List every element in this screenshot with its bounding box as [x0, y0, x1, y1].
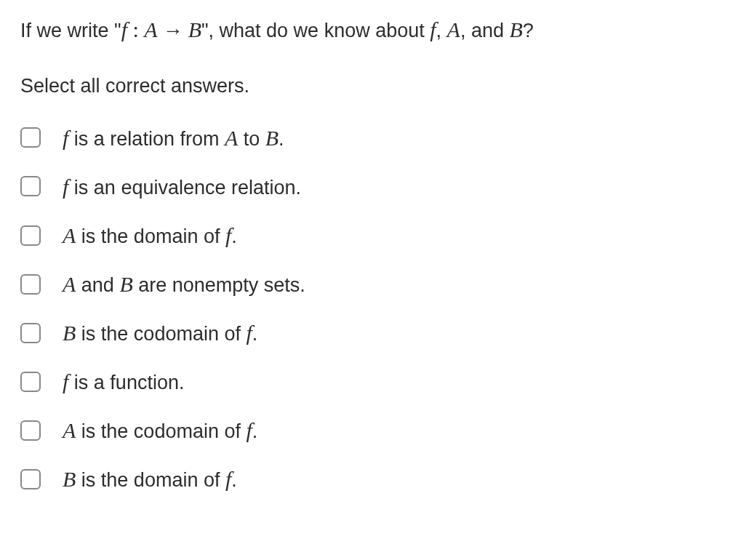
option-label-text: .: [252, 420, 258, 442]
option-row-7: B is the domain of f.: [20, 455, 729, 503]
option-label-text: is the codomain of: [76, 323, 246, 345]
option-label-math: B: [63, 467, 76, 491]
option-checkbox-3[interactable]: [20, 274, 41, 295]
option-label-text: .: [279, 128, 284, 150]
question-prefix: If we write ": [20, 20, 121, 41]
option-row-0: f is a relation from A to B.: [20, 113, 729, 162]
option-label-math: f: [246, 321, 252, 345]
option-label-text: and: [76, 274, 119, 296]
option-label-text: to: [238, 128, 265, 150]
option-checkbox-6[interactable]: [20, 420, 41, 441]
option-label-text: is the domain of: [76, 225, 225, 247]
option-label-text: is the codomain of: [76, 420, 246, 442]
option-checkbox-7[interactable]: [20, 469, 41, 489]
option-label-2: A is the domain of f.: [63, 221, 237, 249]
option-label-math: B: [265, 126, 279, 150]
option-label-3: A and B are nonempty sets.: [63, 270, 305, 298]
option-label-math: A: [63, 272, 76, 296]
question-mid: ", what do we know about: [201, 20, 430, 41]
question-comma2: , and: [460, 20, 510, 41]
option-label-text: is the domain of: [76, 469, 225, 491]
question-var-f: f: [121, 17, 127, 41]
option-label-text: is a function.: [68, 372, 184, 393]
option-row-2: A is the domain of f.: [20, 211, 729, 260]
option-label-text: .: [231, 469, 237, 491]
option-label-math: B: [119, 272, 132, 296]
option-label-math: A: [63, 223, 76, 247]
option-label-math: f: [246, 418, 252, 442]
option-label-math: A: [225, 126, 238, 150]
option-checkbox-1[interactable]: [20, 176, 41, 196]
option-label-6: A is the codomain of f.: [63, 416, 257, 444]
question-var-a: A: [144, 17, 157, 41]
option-label-1: f is an equivalence relation.: [63, 172, 301, 201]
option-row-3: A and B are nonempty sets.: [20, 260, 729, 308]
option-label-5: f is a function.: [63, 367, 184, 396]
option-label-text: is a relation from: [68, 128, 225, 150]
option-checkbox-0[interactable]: [20, 127, 41, 148]
instruction-text: Select all correct answers.: [20, 73, 729, 100]
question-var-b2: B: [510, 17, 523, 41]
option-checkbox-4[interactable]: [20, 323, 41, 343]
option-row-4: B is the codomain of f.: [20, 308, 729, 357]
question-suffix: ?: [523, 20, 534, 41]
option-row-1: f is an equivalence relation.: [20, 162, 729, 211]
question-arrow: →: [158, 19, 188, 41]
option-label-text: is an equivalence relation.: [68, 177, 301, 199]
question-var-a2: A: [447, 17, 460, 41]
option-label-4: B is the codomain of f.: [63, 319, 257, 347]
option-row-5: f is a function.: [20, 357, 729, 406]
option-label-0: f is a relation from A to B.: [63, 124, 284, 152]
option-checkbox-5[interactable]: [20, 372, 41, 392]
option-label-7: B is the domain of f.: [63, 465, 237, 493]
option-row-6: A is the codomain of f.: [20, 406, 729, 455]
question-var-b: B: [188, 17, 201, 41]
option-label-text: .: [252, 323, 258, 345]
question-comma1: ,: [436, 20, 447, 41]
option-label-math: A: [63, 418, 76, 442]
question-colon: :: [127, 17, 144, 41]
question-var-f2: f: [430, 17, 436, 41]
option-label-text: .: [231, 225, 237, 247]
option-checkbox-2[interactable]: [20, 225, 41, 246]
option-label-text: are nonempty sets.: [133, 274, 305, 296]
question-text: If we write "f : A → B", what do we know…: [20, 15, 729, 45]
option-label-math: B: [63, 321, 76, 345]
options-group: f is a relation from A to B.f is an equi…: [20, 113, 729, 504]
